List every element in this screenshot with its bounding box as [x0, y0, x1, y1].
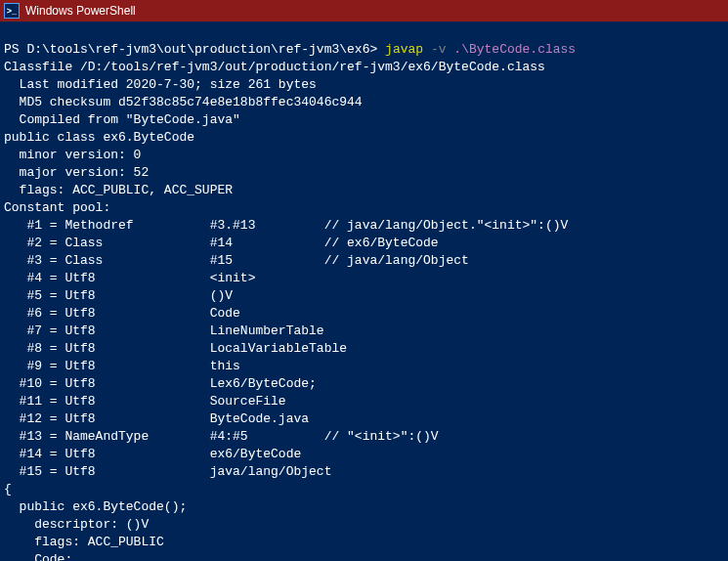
window-titlebar[interactable]: >_ Windows PowerShell	[0, 0, 728, 22]
output-line: #15 = Utf8 java/lang/Object	[4, 464, 331, 479]
output-line: #8 = Utf8 LocalVariableTable	[4, 341, 347, 356]
output-line: #12 = Utf8 ByteCode.java	[4, 411, 309, 426]
output-line: Compiled from "ByteCode.java"	[4, 112, 240, 127]
output-line: #11 = Utf8 SourceFile	[4, 394, 286, 409]
output-line: public class ex6.ByteCode	[4, 130, 194, 145]
output-line: {	[4, 482, 12, 496]
window-title: Windows PowerShell	[25, 4, 136, 18]
output-line: #14 = Utf8 ex6/ByteCode	[4, 447, 301, 461]
output-line: #6 = Utf8 Code	[4, 306, 240, 321]
terminal-output[interactable]: PS D:\tools\ref-jvm3\out\production\ref-…	[0, 22, 728, 561]
command-flag: -v	[431, 42, 447, 57]
output-line: Code:	[4, 552, 72, 561]
output-line: #5 = Utf8 ()V	[4, 288, 233, 303]
output-line: Classfile /D:/tools/ref-jvm3/out/product…	[4, 60, 545, 74]
output-line: #10 = Utf8 Lex6/ByteCode;	[4, 376, 317, 391]
output-line: flags: ACC_PUBLIC, ACC_SUPER	[4, 183, 233, 197]
output-line: #3 = Class #15 // java/lang/Object	[4, 253, 469, 268]
command-arg: .\ByteCode.class	[453, 42, 576, 57]
output-line: MD5 checksum d52f38c85c74e8e18b8ffec3404…	[4, 95, 363, 109]
command-name: javap	[385, 42, 423, 57]
powershell-icon: >_	[4, 3, 20, 19]
output-line: #9 = Utf8 this	[4, 359, 240, 373]
output-line: #4 = Utf8 <init>	[4, 271, 255, 285]
output-line: Constant pool:	[4, 200, 110, 215]
output-line: #13 = NameAndType #4:#5 // "<init>":()V	[4, 429, 439, 444]
prompt-path: PS D:\tools\ref-jvm3\out\production\ref-…	[4, 42, 377, 57]
output-line: flags: ACC_PUBLIC	[4, 535, 164, 549]
output-line: public ex6.ByteCode();	[4, 499, 187, 514]
output-line: descriptor: ()V	[4, 517, 149, 532]
output-line: Last modified 2020-7-30; size 261 bytes	[4, 77, 317, 92]
output-line: #2 = Class #14 // ex6/ByteCode	[4, 236, 439, 250]
output-line: #1 = Methodref #3.#13 // java/lang/Objec…	[4, 218, 568, 233]
output-line: #7 = Utf8 LineNumberTable	[4, 324, 324, 338]
output-line: minor version: 0	[4, 148, 141, 162]
output-line: major version: 52	[4, 165, 149, 180]
